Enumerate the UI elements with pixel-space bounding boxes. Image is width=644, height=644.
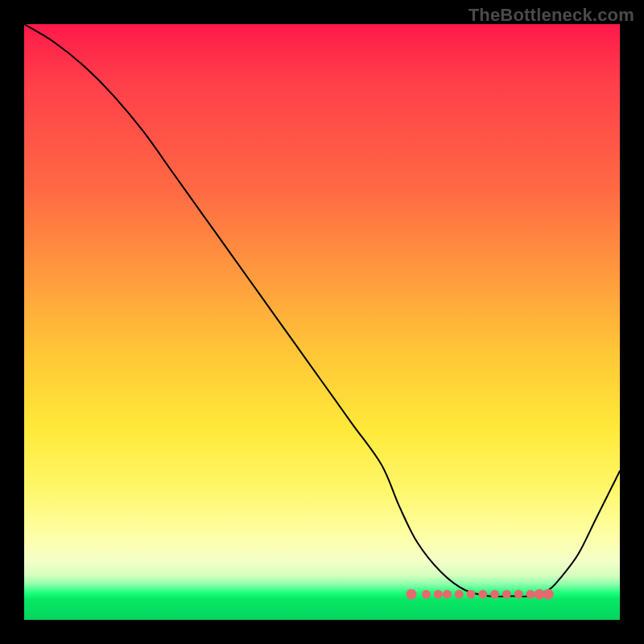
curve-marker — [478, 590, 487, 599]
curve-marker — [502, 590, 511, 599]
curve-marker — [407, 589, 417, 600]
bottleneck-curve — [24, 24, 620, 597]
curve-marker — [455, 590, 464, 599]
curve-marker — [443, 590, 452, 599]
curve-marker — [526, 590, 535, 599]
curve-marker — [490, 590, 499, 599]
plot-area — [24, 24, 620, 620]
curve-marker — [535, 589, 545, 600]
curve-marker — [543, 589, 554, 600]
curve-marker — [422, 590, 431, 599]
watermark-text: TheBottleneck.com — [469, 5, 634, 26]
curve-markers — [407, 589, 554, 600]
curve-marker — [514, 590, 523, 599]
curve-marker — [467, 590, 476, 599]
curve-marker — [434, 590, 443, 599]
chart-frame: TheBottleneck.com — [0, 0, 644, 644]
curve-svg — [24, 24, 620, 620]
